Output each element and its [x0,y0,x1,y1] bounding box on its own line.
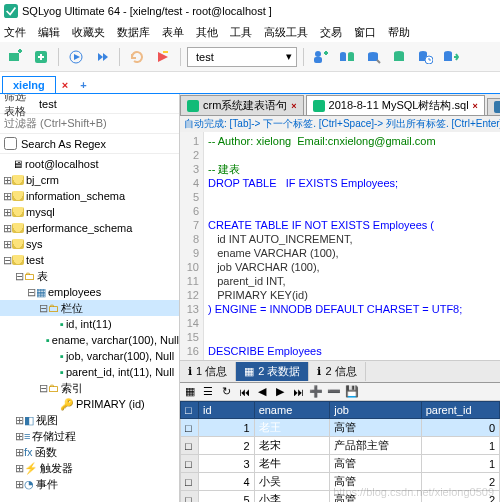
grid-row-header[interactable]: □ [181,491,199,503]
import-button[interactable] [440,46,462,68]
close-tab-icon[interactable]: × [473,101,478,111]
grid-column-header[interactable]: ename [254,402,330,419]
grid-cell[interactable]: 老王 [254,419,330,437]
tree-folder[interactable]: ⊞≡存储过程 [0,428,179,444]
menu-item[interactable]: 收藏夹 [72,25,105,40]
grid-cell[interactable]: 高管 [330,473,421,491]
execute-all-button[interactable] [91,46,113,68]
grid-cell[interactable]: 2 [421,491,499,503]
grid-row[interactable]: □2老宋产品部主管1 [181,437,500,455]
save-icon[interactable]: 💾 [344,384,360,400]
tree-index[interactable]: 🔑PRIMARY (id) [0,396,179,412]
grid-row-header[interactable]: □ [181,473,199,491]
tree-folder[interactable]: ⊞◧视图 [0,412,179,428]
tree-indexes-folder[interactable]: ⊟🗀索引 [0,380,179,396]
result-tab[interactable]: ▦2 表数据 [236,362,309,381]
regex-checkbox[interactable] [4,137,17,150]
last-page-icon[interactable]: ⏭ [290,384,306,400]
connection-tab[interactable]: xielng [2,76,56,93]
grid-cell[interactable]: 小李 [254,491,330,503]
add-row-icon[interactable]: ➕ [308,384,324,400]
result-tab[interactable]: ℹ2 信息 [309,362,365,381]
menu-item[interactable]: 工具 [230,25,252,40]
menu-item[interactable]: 其他 [196,25,218,40]
sql-editor[interactable]: 12345678910111213141516 -- Author: xielo… [180,132,500,361]
tree-database[interactable]: ⊞sys [0,236,179,252]
tree-column[interactable]: ▪id, int(11) [0,316,179,332]
editor-tab[interactable]: crm系统建表语句× [180,95,304,115]
editor-tab[interactable]: employees× [487,98,500,115]
tree-root[interactable]: 🖥root@localhost [0,156,179,172]
refresh-button[interactable] [126,46,148,68]
tree-database[interactable]: ⊞information_schema [0,188,179,204]
format-button[interactable] [152,46,174,68]
filter-input[interactable] [37,95,179,113]
menu-item[interactable]: 交易 [320,25,342,40]
grid-cell[interactable]: 1 [421,437,499,455]
grid-cell[interactable]: 老宋 [254,437,330,455]
delete-row-icon[interactable]: ➖ [326,384,342,400]
grid-column-header[interactable]: job [330,402,421,419]
close-tab-icon[interactable]: × [291,101,296,111]
grid-row-header[interactable]: □ [181,419,199,437]
new-query-button[interactable] [30,46,52,68]
editor-tab[interactable]: 2018-8-11 MySQL树结构.sql× [306,95,485,115]
menu-item[interactable]: 文件 [4,25,26,40]
grid-cell[interactable]: 老牛 [254,455,330,473]
grid-view-icon[interactable]: ▦ [182,384,198,400]
menu-item[interactable]: 帮助 [388,25,410,40]
grid-column-header[interactable]: id [199,402,255,419]
tree-database[interactable]: ⊞mysql [0,204,179,220]
grid-row[interactable]: □5小李高管2 [181,491,500,503]
grid-cell[interactable]: 产品部主管 [330,437,421,455]
grid-row[interactable]: □3老牛高管1 [181,455,500,473]
first-page-icon[interactable]: ⏮ [236,384,252,400]
grid-cell[interactable]: 2 [199,437,255,455]
add-connection-icon[interactable]: + [74,77,92,93]
close-connection-icon[interactable]: × [56,77,74,93]
grid-cell[interactable]: 4 [199,473,255,491]
next-page-icon[interactable]: ▶ [272,384,288,400]
execute-button[interactable] [65,46,87,68]
tree-folder[interactable]: ⊞⚡触发器 [0,460,179,476]
database-selector[interactable]: test ▾ [187,47,297,67]
menu-item[interactable]: 窗口 [354,25,376,40]
tree-column[interactable]: ▪job, varchar(100), Null [0,348,179,364]
menu-item[interactable]: 表单 [162,25,184,40]
schema-sync-button[interactable] [336,46,358,68]
new-connection-button[interactable] [4,46,26,68]
scheduled-backup-button[interactable] [414,46,436,68]
tree-database[interactable]: ⊟test [0,252,179,268]
grid-row[interactable]: □4小吴高管2 [181,473,500,491]
refresh-grid-icon[interactable]: ↻ [218,384,234,400]
tree-database[interactable]: ⊞bj_crm [0,172,179,188]
tree-column[interactable]: ▪ename, varchar(100), Null [0,332,179,348]
tree-columns-folder[interactable]: ⊟🗀栏位 [0,300,179,316]
user-manager-button[interactable] [310,46,332,68]
grid-cell[interactable]: 高管 [330,491,421,503]
backup-button[interactable] [388,46,410,68]
tree-folder[interactable]: ⊞◔事件 [0,476,179,492]
grid-row-header[interactable]: □ [181,455,199,473]
grid-cell[interactable]: 0 [421,419,499,437]
grid-cell[interactable]: 高管 [330,455,421,473]
grid-cell[interactable]: 1 [421,455,499,473]
grid-cell[interactable]: 小吴 [254,473,330,491]
grid-cell[interactable]: 5 [199,491,255,503]
tree-folder[interactable]: ⊞fx函数 [0,444,179,460]
result-grid[interactable]: □idenamejobparent_id□1老王高管0□2老宋产品部主管1□3老… [180,401,500,502]
grid-cell[interactable]: 3 [199,455,255,473]
form-view-icon[interactable]: ☰ [200,384,216,400]
grid-row[interactable]: □1老王高管0 [181,419,500,437]
grid-row-header[interactable]: □ [181,437,199,455]
grid-cell[interactable]: 高管 [330,419,421,437]
prev-page-icon[interactable]: ◀ [254,384,270,400]
object-tree[interactable]: 🖥root@localhost⊞bj_crm⊞information_schem… [0,154,179,502]
menu-item[interactable]: 数据库 [117,25,150,40]
tree-column[interactable]: ▪parent_id, int(11), Null [0,364,179,380]
tree-tables-folder[interactable]: ⊟🗀表 [0,268,179,284]
grid-cell[interactable]: 2 [421,473,499,491]
code-area[interactable]: -- Author: xielong Email:cnxielong@gmail… [204,132,500,360]
data-sync-button[interactable] [362,46,384,68]
tree-database[interactable]: ⊞performance_schema [0,220,179,236]
